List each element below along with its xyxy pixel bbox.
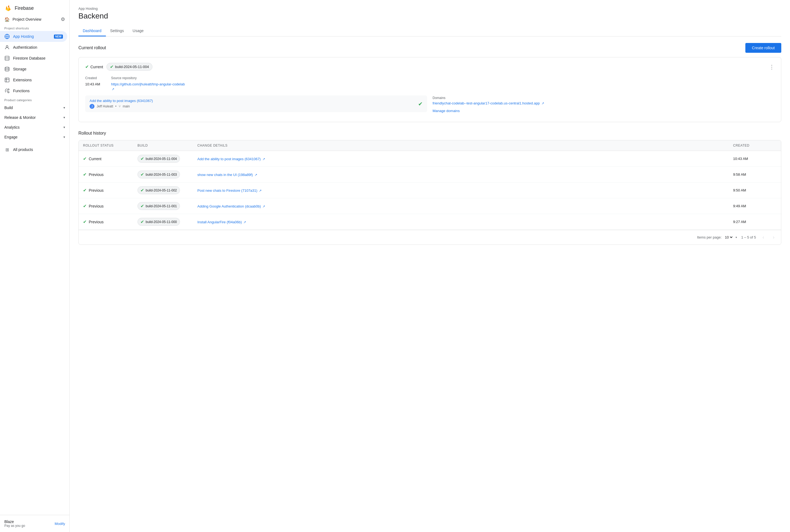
row0-change-link[interactable]: Add the ability to post images (6341067): [197, 157, 261, 161]
pagination-info: 1 – 5 of 5: [741, 235, 756, 239]
row0-status-cell: ✔ Current: [83, 156, 137, 161]
row2-created: 9:50 AM: [733, 188, 777, 192]
row3-check-icon: ✔: [83, 204, 87, 209]
source-label: Source repository: [111, 76, 185, 80]
next-page-button[interactable]: ›: [771, 233, 777, 241]
extensions-label: Extensions: [13, 78, 63, 82]
created-time: 10:43 AM: [85, 82, 100, 86]
row4-change-cell: Install AngularFire (f04a06b) ↗: [197, 220, 733, 224]
row4-created: 9:27 AM: [733, 220, 777, 224]
release-chevron-icon: ▾: [63, 116, 65, 119]
domains-section: Domains friendlychat-codelab--test-angul…: [433, 95, 774, 113]
tab-bar: Dashboard Settings Usage: [78, 26, 781, 36]
page-title: Backend: [78, 12, 781, 20]
tab-usage[interactable]: Usage: [128, 26, 148, 36]
new-badge: NEW: [54, 35, 63, 39]
row3-build-cell: ✔ build-2024-05-11-001: [137, 202, 197, 210]
table-footer: Items per page: 10 25 50 ▾ 1 – 5 of 5 ‹ …: [79, 230, 781, 245]
sidebar: Firebase 🏠 Project Overview ⚙ Project sh…: [0, 0, 70, 532]
table-header: Rollout Status Build Change details Crea…: [79, 140, 781, 151]
page-subtitle: App Hosting: [78, 6, 781, 11]
row2-change-link[interactable]: Post new chats to Firestore (7107a31): [197, 189, 257, 193]
commit-info: Add the ability to post images (6341067)…: [90, 99, 153, 109]
rollout-badges: ✔ Current ✔ build-2024-05-11-004: [85, 63, 152, 71]
sidebar-item-authentication[interactable]: Authentication: [0, 42, 67, 53]
settings-icon[interactable]: ⚙: [61, 16, 65, 22]
domain-external-icon: ↗: [541, 101, 544, 105]
categories-label: Product categories: [0, 96, 69, 103]
check-icon: ✔: [85, 64, 89, 69]
row4-build-badge: ✔ build-2024-05-11-000: [137, 218, 180, 226]
dot-separator: •: [115, 104, 116, 108]
author-avatar: J: [90, 104, 94, 109]
app-hosting-icon: [4, 34, 10, 39]
firestore-icon: [4, 56, 10, 61]
items-per-page-select[interactable]: 10 25 50: [724, 235, 733, 240]
row1-build-badge: ✔ build-2024-05-11-003: [137, 171, 180, 178]
tab-settings[interactable]: Settings: [106, 26, 128, 36]
row1-status: Previous: [89, 172, 104, 177]
sidebar-item-functions[interactable]: Functions: [0, 86, 67, 96]
row0-build-badge: ✔ build-2024-05-11-004: [137, 155, 180, 163]
row2-status-cell: ✔ Previous: [83, 188, 137, 193]
domain-url-link[interactable]: friendlychat-codelab--test-angular17-cod…: [433, 101, 540, 105]
row1-change-link[interactable]: show new chats in the UI (198a89f): [197, 173, 253, 177]
created-col: Created 10:43 AM: [85, 76, 100, 91]
row1-status-cell: ✔ Previous: [83, 172, 137, 177]
all-products-label: All products: [13, 147, 63, 152]
functions-icon: [4, 88, 10, 94]
row2-change-cell: Post new chats to Firestore (7107a31) ↗: [197, 188, 733, 193]
sidebar-item-app-hosting[interactable]: App Hosting NEW: [0, 31, 67, 42]
row0-build: build-2024-05-11-004: [146, 157, 177, 161]
category-analytics[interactable]: Analytics ▾: [0, 122, 69, 132]
category-release-monitor[interactable]: Release & Monitor ▾: [0, 113, 69, 122]
row3-build: build-2024-05-11-001: [146, 204, 177, 208]
build-check-icon: ✔: [110, 64, 113, 69]
plan-info: Blaze Pay as you go: [4, 519, 25, 528]
plan-sub: Pay as you go: [4, 524, 25, 528]
row3-status-cell: ✔ Previous: [83, 204, 137, 209]
row3-status: Previous: [89, 204, 104, 208]
sidebar-item-storage[interactable]: Storage: [0, 64, 67, 75]
row3-change-link[interactable]: Adding Google Authentication (dcaab0b): [197, 204, 261, 208]
row0-build-check: ✔: [141, 156, 144, 161]
col-build: Build: [137, 144, 197, 147]
row1-ext-icon: ↗: [255, 173, 257, 177]
svg-point-7: [8, 92, 9, 93]
modify-button[interactable]: Modify: [55, 522, 65, 526]
items-per-page: Items per page: 10 25 50 ▾: [697, 235, 737, 240]
row2-check-icon: ✔: [83, 188, 87, 193]
svg-point-5: [5, 67, 9, 69]
source-url-link[interactable]: https://github.com/jhuleatt/tmp-angular-…: [111, 82, 185, 86]
category-build[interactable]: Build ▾: [0, 103, 69, 113]
category-engage[interactable]: Engage ▾: [0, 132, 69, 142]
create-rollout-button[interactable]: Create rollout: [745, 43, 781, 53]
plan-name: Blaze: [4, 519, 25, 524]
row1-build-check: ✔: [141, 172, 144, 177]
row3-ext-icon: ↗: [262, 205, 265, 208]
row4-status: Previous: [89, 220, 104, 224]
tab-dashboard[interactable]: Dashboard: [78, 26, 106, 36]
home-icon: 🏠: [4, 17, 10, 22]
commit-author: Jeff Huleatt: [97, 104, 113, 108]
sidebar-item-extensions[interactable]: Extensions: [0, 75, 67, 86]
authentication-label: Authentication: [13, 45, 63, 50]
row1-build: build-2024-05-11-003: [146, 173, 177, 176]
more-options-icon[interactable]: ⋮: [769, 64, 774, 70]
svg-point-1: [6, 45, 8, 47]
row1-check-icon: ✔: [83, 172, 87, 177]
commit-section: Add the ability to post images (6341067)…: [85, 95, 427, 116]
sidebar-item-firestore[interactable]: Firestore Database: [0, 53, 67, 64]
row3-build-check: ✔: [141, 204, 144, 209]
commit-link[interactable]: Add the ability to post images (6341067): [90, 99, 153, 103]
prev-page-button[interactable]: ‹: [760, 233, 766, 241]
row3-created: 9:49 AM: [733, 204, 777, 208]
row0-ext-icon: ↗: [262, 157, 265, 161]
row1-change-cell: show new chats in the UI (198a89f) ↗: [197, 172, 733, 177]
table-row: ✔ Previous ✔ build-2024-05-11-000 Instal…: [79, 214, 781, 230]
row0-created: 10:43 AM: [733, 157, 777, 161]
manage-domains-link[interactable]: Manage domains: [433, 109, 460, 113]
project-overview-item[interactable]: 🏠 Project Overview ⚙: [0, 14, 69, 24]
all-products-item[interactable]: ⊞ All products: [0, 144, 67, 155]
row4-change-link[interactable]: Install AngularFire (f04a06b): [197, 220, 242, 224]
